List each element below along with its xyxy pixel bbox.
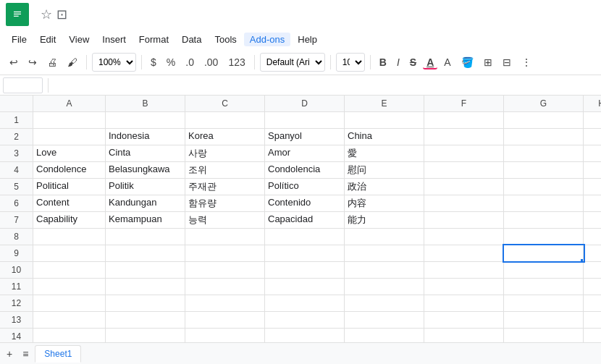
cell-B8[interactable] bbox=[106, 229, 185, 245]
cell-E11[interactable] bbox=[345, 279, 424, 295]
currency-button[interactable]: $ bbox=[147, 54, 160, 70]
cell-E7[interactable]: 能力 bbox=[345, 212, 424, 228]
col-header-d[interactable]: D bbox=[265, 96, 345, 111]
row-number-4[interactable]: 4 bbox=[0, 162, 33, 178]
cell-H1[interactable] bbox=[584, 112, 601, 128]
cell-D7[interactable]: Capacidad bbox=[265, 212, 345, 228]
sheet-tab-sheet1[interactable]: Sheet1 bbox=[35, 345, 81, 363]
cell-E13[interactable] bbox=[345, 312, 424, 328]
cell-A12[interactable] bbox=[33, 295, 106, 311]
cell-D5[interactable]: Político bbox=[265, 179, 345, 195]
cell-A11[interactable] bbox=[33, 279, 106, 295]
formula-input[interactable] bbox=[56, 80, 598, 90]
cell-E4[interactable]: 慰问 bbox=[345, 162, 424, 178]
menu-item-help[interactable]: Help bbox=[292, 33, 323, 46]
col-header-f[interactable]: F bbox=[424, 96, 504, 111]
cell-C9[interactable] bbox=[185, 245, 265, 261]
cell-D11[interactable] bbox=[265, 279, 345, 295]
row-number-6[interactable]: 6 bbox=[0, 195, 33, 211]
cell-B11[interactable] bbox=[106, 279, 185, 295]
cell-H6[interactable] bbox=[584, 195, 601, 211]
italic-button[interactable]: I bbox=[393, 55, 403, 69]
cell-H12[interactable] bbox=[584, 295, 601, 311]
cell-C8[interactable] bbox=[185, 229, 265, 245]
cell-G12[interactable] bbox=[504, 295, 584, 311]
cell-D3[interactable]: Amor bbox=[265, 145, 345, 161]
col-header-e[interactable]: E bbox=[345, 96, 424, 111]
cell-D2[interactable]: Spanyol bbox=[265, 129, 345, 145]
cell-C4[interactable]: 조위 bbox=[185, 162, 265, 178]
cell-D6[interactable]: Contenido bbox=[265, 195, 345, 211]
cell-H3[interactable] bbox=[584, 145, 601, 161]
menu-item-view[interactable]: View bbox=[63, 33, 95, 46]
cell-A7[interactable]: Capability bbox=[33, 212, 106, 228]
cell-A1[interactable] bbox=[33, 112, 106, 128]
cell-C2[interactable]: Korea bbox=[185, 129, 265, 145]
cell-G1[interactable] bbox=[504, 112, 584, 128]
row-number-2[interactable]: 2 bbox=[0, 129, 33, 145]
cell-B6[interactable]: Kandungan bbox=[106, 195, 185, 211]
cell-F11[interactable] bbox=[424, 279, 504, 295]
menu-item-edit[interactable]: Edit bbox=[34, 33, 62, 46]
row-number-7[interactable]: 7 bbox=[0, 212, 33, 228]
cell-C11[interactable] bbox=[185, 279, 265, 295]
cell-D1[interactable] bbox=[265, 112, 345, 128]
menu-item-insert[interactable]: Insert bbox=[96, 33, 132, 46]
cell-D12[interactable] bbox=[265, 295, 345, 311]
col-header-a[interactable]: A bbox=[33, 96, 106, 111]
cell-G9[interactable] bbox=[504, 245, 584, 261]
cell-E6[interactable]: 内容 bbox=[345, 195, 424, 211]
cell-H7[interactable] bbox=[584, 212, 601, 228]
cell-B1[interactable] bbox=[106, 112, 185, 128]
col-header-h[interactable]: H bbox=[584, 96, 601, 111]
cell-D4[interactable]: Condolencia bbox=[265, 162, 345, 178]
percent-button[interactable]: % bbox=[163, 54, 179, 70]
cell-H5[interactable] bbox=[584, 179, 601, 195]
cell-G10[interactable] bbox=[504, 262, 584, 278]
cell-F4[interactable] bbox=[424, 162, 504, 178]
cell-F1[interactable] bbox=[424, 112, 504, 128]
cell-C3[interactable]: 사랑 bbox=[185, 145, 265, 161]
more-formats-button[interactable]: 123 bbox=[224, 54, 248, 70]
cell-C1[interactable] bbox=[185, 112, 265, 128]
cell-B5[interactable]: Politik bbox=[106, 179, 185, 195]
decimal-increase-button[interactable]: .00 bbox=[201, 54, 222, 70]
cell-G6[interactable] bbox=[504, 195, 584, 211]
row-number-10[interactable]: 10 bbox=[0, 262, 33, 278]
menu-item-data[interactable]: Data bbox=[176, 33, 207, 46]
cell-G4[interactable] bbox=[504, 162, 584, 178]
cell-F10[interactable] bbox=[424, 262, 504, 278]
cell-E10[interactable] bbox=[345, 262, 424, 278]
fill-handle[interactable] bbox=[581, 259, 584, 261]
cell-F2[interactable] bbox=[424, 129, 504, 145]
cell-B7[interactable]: Kemampuan bbox=[106, 212, 185, 228]
cell-H10[interactable] bbox=[584, 262, 601, 278]
zoom-selector[interactable]: 100% bbox=[92, 53, 136, 72]
cell-A4[interactable]: Condolence bbox=[33, 162, 106, 178]
cell-F8[interactable] bbox=[424, 229, 504, 245]
cell-C13[interactable] bbox=[185, 312, 265, 328]
cell-E2[interactable]: China bbox=[345, 129, 424, 145]
cell-C7[interactable]: 능력 bbox=[185, 212, 265, 228]
col-header-g[interactable]: G bbox=[504, 96, 584, 111]
cell-D13[interactable] bbox=[265, 312, 345, 328]
strikethrough-button[interactable]: S bbox=[406, 55, 420, 69]
cell-F5[interactable] bbox=[424, 179, 504, 195]
menu-item-format[interactable]: Format bbox=[133, 33, 175, 46]
cell-F13[interactable] bbox=[424, 312, 504, 328]
cell-C12[interactable] bbox=[185, 295, 265, 311]
cell-D8[interactable] bbox=[265, 229, 345, 245]
row-number-8[interactable]: 8 bbox=[0, 229, 33, 245]
cell-C5[interactable]: 주재관 bbox=[185, 179, 265, 195]
print-button[interactable]: 🖨 bbox=[43, 54, 61, 70]
menu-item-add-ons[interactable]: Add-ons bbox=[244, 33, 290, 46]
cell-B12[interactable] bbox=[106, 295, 185, 311]
cell-H8[interactable] bbox=[584, 229, 601, 245]
cell-C10[interactable] bbox=[185, 262, 265, 278]
cell-B10[interactable] bbox=[106, 262, 185, 278]
decimal-decrease-button[interactable]: .0 bbox=[182, 54, 198, 70]
cell-H9[interactable] bbox=[584, 245, 601, 261]
merge-button[interactable]: ⊟ bbox=[499, 54, 515, 70]
undo-button[interactable]: ↩ bbox=[6, 54, 22, 70]
cell-A13[interactable] bbox=[33, 312, 106, 328]
